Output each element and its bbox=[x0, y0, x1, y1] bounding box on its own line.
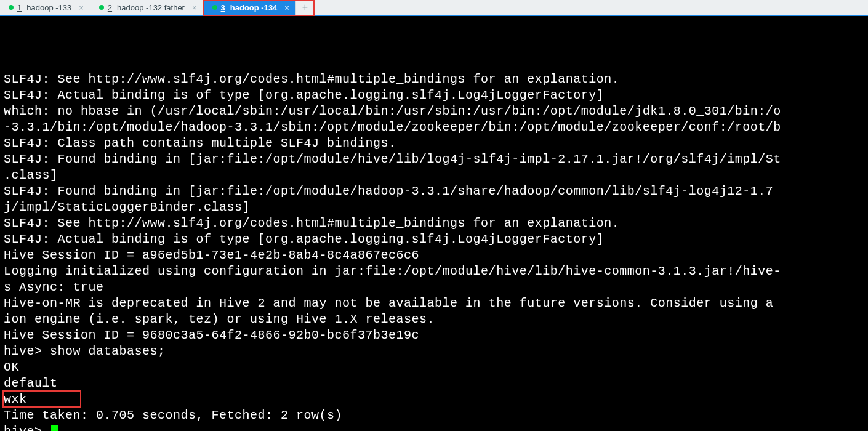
terminal-pane[interactable]: SLF4J: See http://www.slf4j.org/codes.ht… bbox=[0, 16, 868, 431]
app-window: 1 hadoop -133 × 2 hadoop -132 father × 3… bbox=[0, 0, 868, 431]
tab-bar: 1 hadoop -133 × 2 hadoop -132 father × 3… bbox=[0, 0, 868, 16]
terminal-line: OK bbox=[4, 360, 864, 376]
terminal-line: wxk bbox=[4, 392, 864, 408]
terminal-line: SLF4J: Found binding in [jar:file:/opt/m… bbox=[4, 183, 864, 199]
terminal-line: Time taken: 0.705 seconds, Fetched: 2 ro… bbox=[4, 408, 864, 424]
tab-hadoop-134[interactable]: 3 hadoop -134 × bbox=[204, 0, 296, 15]
close-icon[interactable]: × bbox=[192, 4, 197, 12]
terminal-line: Hive Session ID = a96ed5b1-73e1-4e2b-8ab… bbox=[4, 248, 864, 264]
tab-label: hadoop -132 father bbox=[117, 3, 185, 12]
tab-number: 3 bbox=[221, 3, 227, 12]
add-tab-button[interactable]: + bbox=[296, 0, 315, 15]
tab-number: 2 bbox=[108, 3, 113, 12]
terminal-line: default bbox=[4, 376, 864, 392]
status-dot-icon bbox=[99, 5, 104, 10]
terminal-line: SLF4J: See http://www.slf4j.org/codes.ht… bbox=[4, 216, 864, 232]
terminal-line: Logging initialized using configuration … bbox=[4, 264, 864, 280]
tab-label: hadoop -133 bbox=[26, 3, 71, 12]
terminal-line: .class] bbox=[4, 167, 864, 183]
terminal-line: s Async: true bbox=[4, 280, 864, 296]
close-icon[interactable]: × bbox=[284, 4, 289, 12]
terminal-line: j/impl/StaticLoggerBinder.class] bbox=[4, 199, 864, 216]
tab-hadoop-133[interactable]: 1 hadoop -133 × bbox=[0, 0, 90, 15]
cursor-icon bbox=[51, 425, 58, 431]
tab-hadoop-132-father[interactable]: 2 hadoop -132 father × bbox=[90, 0, 204, 15]
terminal-line: SLF4J: Actual binding is of type [org.ap… bbox=[4, 87, 864, 103]
terminal-line: ion engine (i.e. spark, tez) or using Hi… bbox=[4, 312, 864, 328]
tab-label: hadoop -134 bbox=[230, 3, 278, 12]
terminal-line: which: no hbase in (/usr/local/sbin:/usr… bbox=[4, 103, 864, 119]
terminal-line: SLF4J: Found binding in [jar:file:/opt/m… bbox=[4, 151, 864, 167]
terminal-line: SLF4J: Class path contains multiple SLF4… bbox=[4, 135, 864, 151]
terminal-line: Hive-on-MR is deprecated in Hive 2 and m… bbox=[4, 296, 864, 312]
terminal-line: SLF4J: See http://www.slf4j.org/codes.ht… bbox=[4, 71, 864, 87]
status-dot-icon bbox=[9, 5, 14, 10]
terminal-line: -3.3.1/bin:/opt/module/hadoop-3.3.1/sbin… bbox=[4, 119, 864, 135]
plus-icon: + bbox=[302, 2, 308, 13]
close-icon[interactable]: × bbox=[79, 4, 84, 12]
tab-number: 1 bbox=[17, 3, 23, 12]
terminal-prompt-line[interactable]: hive> bbox=[4, 424, 864, 431]
terminal-line: hive> show databases; bbox=[4, 344, 864, 360]
prompt-text: hive> bbox=[4, 424, 50, 431]
terminal-line: Hive Session ID = 9680c3a5-64f2-4866-92b… bbox=[4, 328, 864, 344]
terminal-line: SLF4J: Actual binding is of type [org.ap… bbox=[4, 232, 864, 248]
status-dot-icon bbox=[212, 5, 217, 10]
